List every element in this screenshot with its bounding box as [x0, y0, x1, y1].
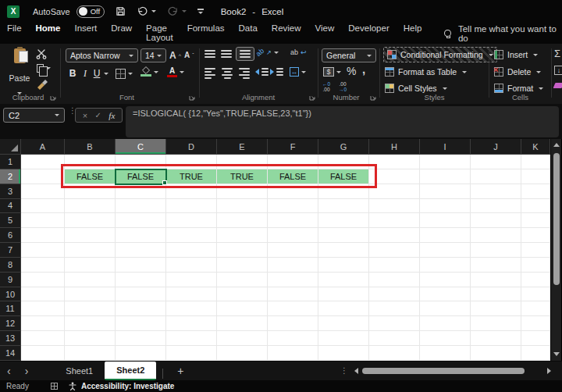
cell-I8[interactable] — [420, 258, 471, 273]
cell-A10[interactable] — [21, 287, 65, 302]
macro-record-icon[interactable] — [51, 383, 58, 390]
cell-D11[interactable] — [166, 301, 217, 316]
accounting-dropdown-icon[interactable] — [336, 71, 341, 73]
cell-C12[interactable] — [116, 316, 166, 331]
cell-J14[interactable] — [471, 346, 521, 361]
cell-J9[interactable] — [471, 273, 521, 287]
cell-G10[interactable] — [318, 287, 369, 302]
cell-B12[interactable] — [65, 316, 116, 331]
delete-button[interactable]: Delete — [494, 64, 541, 80]
cell-K12[interactable] — [521, 316, 550, 331]
cell-H6[interactable] — [369, 228, 420, 243]
cell-C9[interactable] — [116, 273, 166, 287]
name-box[interactable]: C2 — [3, 108, 65, 123]
align-top-icon[interactable] — [205, 50, 215, 58]
paste-button[interactable]: Paste — [5, 47, 34, 96]
cell-B5[interactable] — [65, 213, 116, 228]
cell-C1[interactable] — [116, 155, 166, 169]
cell-I9[interactable] — [420, 273, 471, 287]
sheet-tab-sheet2[interactable]: Sheet2 — [105, 362, 156, 380]
increase-decimal-icon[interactable]: ←0.00 — [322, 82, 330, 92]
borders-dropdown-icon[interactable] — [128, 73, 133, 75]
tab-review[interactable]: Review — [265, 20, 308, 47]
tab-draw[interactable]: Draw — [104, 20, 139, 47]
cell-E4[interactable] — [217, 199, 268, 214]
fill-color-icon[interactable] — [140, 67, 158, 77]
cell-I10[interactable] — [420, 287, 471, 302]
tell-me-search[interactable]: Tell me what you want to do — [444, 24, 562, 43]
align-bottom-icon[interactable] — [236, 47, 254, 61]
cell-K3[interactable] — [521, 184, 550, 199]
cell-A1[interactable] — [21, 155, 65, 169]
cell-F10[interactable] — [268, 287, 318, 302]
percent-style-icon[interactable]: % — [347, 65, 356, 77]
orientation-dropdown-icon[interactable] — [274, 52, 279, 54]
cell-J8[interactable] — [471, 258, 521, 273]
cell-E9[interactable] — [217, 273, 268, 287]
cell-K6[interactable] — [521, 228, 550, 243]
conditional-formatting-button[interactable]: Conditional Formatting — [383, 47, 497, 62]
cell-K5[interactable] — [521, 213, 550, 228]
cell-A14[interactable] — [21, 346, 65, 361]
cell-H10[interactable] — [369, 287, 420, 302]
cell-C11[interactable] — [116, 301, 166, 316]
cell-H5[interactable] — [369, 213, 420, 228]
cell-I13[interactable] — [420, 331, 471, 346]
cell-B13[interactable] — [65, 331, 116, 346]
cell-E8[interactable] — [217, 258, 268, 273]
cell-B10[interactable] — [65, 287, 116, 302]
clipboard-dialog-launcher[interactable] — [50, 94, 57, 101]
add-sheet-button[interactable]: + — [169, 365, 191, 377]
cell-A8[interactable] — [21, 258, 65, 273]
cell-F5[interactable] — [268, 213, 318, 228]
cell-I2[interactable] — [420, 169, 471, 184]
orientation-icon[interactable]: ab↗ — [256, 48, 279, 56]
tab-home[interactable]: Home — [29, 20, 68, 47]
cell-A3[interactable] — [21, 184, 65, 199]
cell-A2[interactable] — [21, 169, 65, 184]
cell-H2[interactable] — [369, 169, 420, 184]
cell-H4[interactable] — [369, 199, 420, 214]
format-as-table-button[interactable]: Format as Table — [385, 64, 467, 80]
cell-F11[interactable] — [268, 301, 318, 316]
cell-J2[interactable] — [471, 169, 521, 184]
cell-D3[interactable] — [166, 184, 217, 199]
increase-indent-icon[interactable] — [270, 68, 283, 76]
cell-B6[interactable] — [65, 228, 116, 243]
cell-A6[interactable] — [21, 228, 65, 243]
row-header-1[interactable]: 1 — [0, 155, 21, 169]
cell-G6[interactable] — [318, 228, 369, 243]
cell-H7[interactable] — [369, 243, 420, 258]
decrease-font-size-icon[interactable]: Aˇ — [184, 51, 194, 59]
cell-C8[interactable] — [116, 258, 166, 273]
tab-data[interactable]: Data — [232, 20, 265, 47]
cell-G12[interactable] — [318, 316, 369, 331]
accessibility-status[interactable]: Accessibility: Investigate — [81, 382, 175, 390]
cell-H13[interactable] — [369, 331, 420, 346]
tab-page-layout[interactable]: Page Layout — [139, 20, 180, 47]
decrease-indent-icon[interactable] — [255, 68, 269, 76]
cell-D4[interactable] — [166, 199, 217, 214]
cell-I4[interactable] — [420, 199, 471, 214]
bold-button[interactable]: B — [68, 68, 77, 79]
cell-G7[interactable] — [318, 243, 369, 258]
cell-B14[interactable] — [65, 346, 116, 361]
cell-B2[interactable]: FALSE — [65, 169, 116, 184]
cell-F12[interactable] — [268, 316, 318, 331]
column-header-D[interactable]: D — [166, 139, 217, 155]
cell-H9[interactable] — [369, 273, 420, 287]
cell-J7[interactable] — [471, 243, 521, 258]
cell-E14[interactable] — [217, 346, 268, 361]
cell-B8[interactable] — [65, 258, 116, 273]
column-header-J[interactable]: J — [471, 139, 521, 155]
cell-F4[interactable] — [268, 199, 318, 214]
cell-H11[interactable] — [369, 301, 420, 316]
cell-C2[interactable]: FALSE — [116, 169, 166, 184]
sheet-nav-right-icon[interactable]: › — [18, 365, 36, 376]
cell-J11[interactable] — [471, 301, 521, 316]
cell-A13[interactable] — [21, 331, 65, 346]
cell-A12[interactable] — [21, 316, 65, 331]
number-format-select[interactable]: General — [322, 48, 376, 62]
row-header-8[interactable]: 8 — [0, 258, 21, 273]
scroll-right-icon[interactable] — [547, 368, 551, 374]
